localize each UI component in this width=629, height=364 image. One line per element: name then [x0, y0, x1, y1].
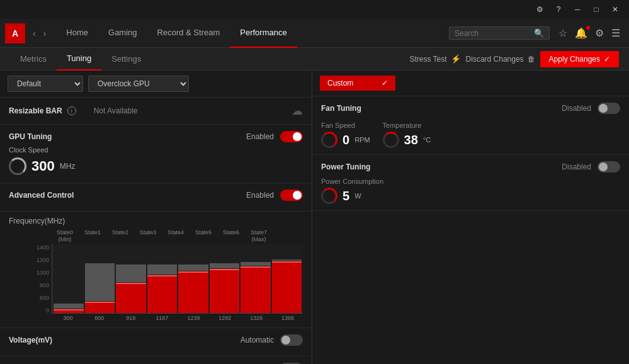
voltage-toggle[interactable] — [280, 334, 303, 346]
power-tuning-header: Power Tuning Disabled — [321, 161, 620, 173]
power-tuning-toggle[interactable] — [598, 161, 620, 173]
temp-unit: °C — [423, 136, 431, 144]
maximize-btn[interactable]: □ — [587, 3, 605, 16]
chart-container: State0(Min) State1 State2 State3 State4 … — [15, 229, 303, 321]
gpu-tuning-toggle[interactable] — [280, 131, 303, 142]
fan-tuning-value: Disabled — [562, 104, 591, 113]
state-label-7: State7(Max) — [246, 229, 272, 243]
advanced-control-section: Advanced Control Enabled — [0, 183, 312, 212]
preset-select[interactable]: Default — [8, 76, 83, 92]
search-box: 🔍 — [449, 26, 550, 40]
frequency-label: Frequency(MHz) — [9, 217, 303, 225]
tab-settings[interactable]: Settings — [101, 48, 151, 71]
notification-btn[interactable]: 🔔 — [571, 25, 591, 42]
clock-unit: MHz — [60, 162, 76, 171]
minimize-btn[interactable]: ─ — [569, 3, 586, 16]
search-input[interactable] — [455, 29, 530, 38]
state-label-6: State6 — [218, 229, 244, 243]
clock-value: 300 — [31, 158, 55, 174]
state-label-5: State5 — [190, 229, 217, 243]
tab-bar: Metrics Tuning Settings Stress Test ⚡ Di… — [0, 48, 629, 71]
checkmark-icon: ✓ — [604, 55, 610, 64]
advanced-control-value: Enabled — [246, 191, 274, 200]
stress-test-btn[interactable]: Stress Test ⚡ — [409, 54, 460, 64]
clock-gauge — [9, 157, 26, 175]
close-btn[interactable]: ✕ — [606, 3, 624, 16]
fan-speed-value-row: 0 RPM — [321, 132, 370, 148]
nav-bar: A ‹ › Home Gaming Record & Stream Perfor… — [0, 19, 629, 48]
tab-tuning[interactable]: Tuning — [57, 48, 101, 71]
overclock-select[interactable]: Overclock GPU — [88, 76, 189, 92]
vram-tuning-section: VRAM Tuning Disabled Clock Speed 300 MHz — [0, 356, 312, 364]
x-label-2: 918 — [116, 315, 146, 321]
settings-title-btn[interactable]: ⚙ — [531, 3, 548, 16]
apply-btn[interactable]: Apply Changes ✓ — [540, 51, 619, 67]
nav-item-performance[interactable]: Performance — [230, 19, 297, 48]
bar-state6 — [241, 262, 271, 313]
discard-btn[interactable]: Discard Changes 🗑 — [466, 55, 535, 64]
fan-tuning-section: Fan Tuning Disabled Fan Speed 0 RPM — [312, 96, 629, 155]
left-panel: Default Overclock GPU Resizable BAR i No… — [0, 71, 312, 364]
advanced-control-header: Advanced Control Enabled — [9, 190, 303, 201]
nav-forward[interactable]: › — [41, 26, 49, 41]
voltage-label: Voltage(mV) — [9, 336, 52, 344]
fan-tuning-header: Fan Tuning Disabled — [321, 103, 620, 114]
nav-item-record[interactable]: Record & Stream — [147, 19, 230, 48]
help-title-btn[interactable]: ? — [550, 3, 567, 16]
gpu-tuning-label: GPU Tuning — [9, 132, 52, 141]
power-tuning-label: Power Tuning — [321, 162, 370, 171]
temp-number: 38 — [404, 133, 418, 147]
preset-row: Default Overclock GPU — [0, 71, 312, 98]
advanced-control-toggle[interactable] — [280, 190, 303, 201]
frequency-section: Frequency(MHz) State0(Min) State1 State2… — [0, 212, 312, 328]
tab-metrics[interactable]: Metrics — [10, 48, 57, 71]
x-label-7: 1366 — [273, 315, 303, 321]
state-label-0: State0(Min) — [52, 229, 78, 243]
fan-speed-number: 0 — [343, 133, 349, 147]
power-consumption-label: Power Consumption — [321, 178, 620, 185]
checkmark-custom-icon: ✓ — [382, 79, 388, 88]
fan-tuning-label: Fan Tuning — [321, 104, 361, 113]
power-consumption-item: Power Consumption 5 W — [321, 178, 620, 204]
nav-back[interactable]: ‹ — [30, 26, 38, 41]
custom-dropdown-btn[interactable]: Custom ✓ — [320, 76, 395, 91]
power-unit: W — [354, 192, 361, 200]
fan-tuning-toggle[interactable] — [598, 103, 620, 114]
apply-label: Apply Changes — [549, 55, 600, 64]
menu-btn[interactable]: ☰ — [608, 25, 624, 42]
power-number: 5 — [343, 189, 349, 203]
info-icon[interactable]: i — [67, 106, 76, 115]
state-label-3: State3 — [135, 229, 161, 243]
search-icon: 🔍 — [534, 28, 544, 38]
fan-speed-unit: RPM — [354, 136, 370, 144]
right-panel: Custom ✓ Fan Tuning Disabled Fan Speed — [312, 71, 629, 364]
advanced-control-right: Enabled — [246, 190, 303, 201]
nav-item-gaming[interactable]: Gaming — [98, 19, 147, 48]
settings-nav-btn[interactable]: ⚙ — [591, 25, 608, 42]
clock-speed-row: 300 MHz — [9, 154, 303, 176]
resizable-bar-value: Not Available — [94, 106, 138, 115]
temp-gauge — [383, 132, 399, 148]
stress-test-icon: ⚡ — [451, 54, 461, 64]
nav-arrows: ‹ › — [30, 26, 48, 41]
bar-state1 — [85, 263, 115, 313]
bookmark-btn[interactable]: ☆ — [555, 25, 571, 42]
gpu-tuning-header: GPU Tuning Enabled — [9, 131, 303, 142]
state-label-4: State4 — [162, 229, 189, 243]
power-tuning-value: Disabled — [562, 162, 591, 171]
stress-test-label: Stress Test — [409, 55, 446, 64]
fan-speed-item: Fan Speed 0 RPM — [321, 122, 370, 148]
gpu-tuning-right: Enabled — [246, 131, 303, 142]
x-label-0: 300 — [53, 315, 83, 321]
power-gauge — [321, 188, 337, 204]
tab-actions: Stress Test ⚡ Discard Changes 🗑 Apply Ch… — [409, 51, 619, 67]
nav-item-home[interactable]: Home — [56, 19, 98, 48]
trash-icon: 🗑 — [528, 55, 535, 64]
temp-label: Temperature — [383, 122, 431, 129]
bar-state2 — [116, 264, 146, 313]
resizable-bar-label: Resizable BAR — [9, 106, 62, 115]
voltage-right: Automatic — [241, 334, 303, 346]
bar-state0 — [54, 304, 84, 313]
temp-value-row: 38 °C — [383, 132, 431, 148]
fan-metrics-row: Fan Speed 0 RPM Temperature 38 °C — [321, 119, 620, 148]
